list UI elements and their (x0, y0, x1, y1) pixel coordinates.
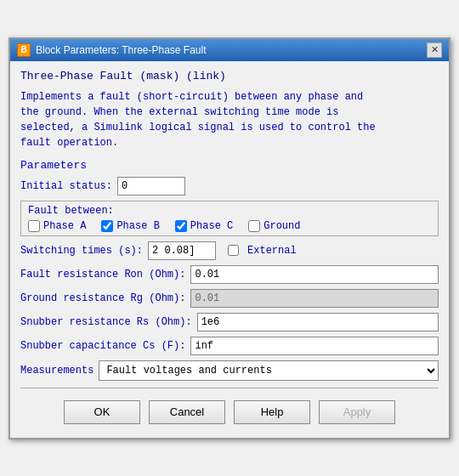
ground-resistance-label: Ground resistance Rg (Ohm): (20, 292, 185, 304)
apply-button[interactable]: Apply (319, 400, 395, 424)
phase-b-item: Phase B (101, 220, 159, 232)
initial-status-row: Initial status: (20, 177, 439, 196)
ground-resistance-row: Ground resistance Rg (Ohm): (20, 289, 439, 308)
cancel-button[interactable]: Cancel (149, 400, 225, 424)
ground-checkbox[interactable] (248, 220, 260, 232)
fault-between-label: Fault between: (28, 205, 431, 217)
ground-label[interactable]: Ground (264, 220, 300, 232)
fault-checkboxes-row: Phase A Phase B Phase C Ground (28, 220, 431, 232)
ground-item: Ground (248, 220, 300, 232)
measurements-select[interactable]: No measurements Fault voltages and curre… (99, 360, 439, 381)
phase-b-checkbox[interactable] (101, 220, 113, 232)
initial-status-label: Initial status: (20, 180, 112, 192)
snubber-capacitance-row: Snubber capacitance Cs (F): (20, 337, 439, 355)
phase-a-checkbox[interactable] (28, 220, 40, 232)
phase-c-label[interactable]: Phase C (190, 220, 233, 232)
titlebar-left: B Block Parameters: Three-Phase Fault (17, 43, 207, 57)
fault-resistance-input[interactable] (190, 265, 439, 284)
initial-status-input[interactable] (117, 177, 185, 196)
phase-b-label[interactable]: Phase B (116, 220, 159, 232)
parameters-section-label: Parameters (20, 159, 439, 172)
phase-a-label[interactable]: Phase A (43, 220, 86, 232)
window-title: Block Parameters: Three-Phase Fault (36, 44, 207, 56)
titlebar: B Block Parameters: Three-Phase Fault ✕ (10, 39, 449, 61)
switching-times-row: Switching times (s): External (20, 241, 439, 260)
external-checkbox[interactable] (228, 245, 239, 256)
divider (20, 388, 439, 388)
fault-resistance-row: Fault resistance Ron (Ohm): (20, 265, 439, 284)
buttons-row: OK Cancel Help Apply (20, 395, 439, 429)
phase-c-item: Phase C (175, 220, 233, 232)
phase-c-checkbox[interactable] (175, 220, 187, 232)
snubber-resistance-input[interactable] (197, 313, 439, 332)
snubber-capacitance-label: Snubber capacitance Cs (F): (20, 340, 185, 352)
snubber-resistance-row: Snubber resistance Rs (Ohm): (20, 313, 439, 332)
help-button[interactable]: Help (234, 400, 310, 424)
external-label[interactable]: External (247, 245, 297, 257)
phase-a-item: Phase A (28, 220, 86, 232)
fault-resistance-label: Fault resistance Ron (Ohm): (20, 269, 185, 280)
snubber-capacitance-input[interactable] (190, 337, 439, 355)
block-title: Three-Phase Fault (mask) (link) (20, 70, 439, 82)
window-icon: B (17, 43, 31, 57)
content-area: Three-Phase Fault (mask) (link) Implemen… (10, 61, 449, 438)
snubber-resistance-label: Snubber resistance Rs (Ohm): (20, 316, 192, 328)
switching-times-label: Switching times (s): (20, 245, 143, 257)
ground-resistance-input[interactable] (190, 289, 439, 308)
main-window: B Block Parameters: Three-Phase Fault ✕ … (8, 37, 450, 439)
measurements-row: Measurements No measurements Fault volta… (20, 360, 439, 381)
switching-times-input[interactable] (148, 241, 216, 260)
fault-between-box: Fault between: Phase A Phase B Phase C G… (20, 201, 439, 236)
ok-button[interactable]: OK (64, 400, 140, 424)
description-text: Implements a fault (short-circuit) betwe… (20, 89, 439, 150)
close-button[interactable]: ✕ (427, 42, 442, 58)
measurements-label: Measurements (20, 365, 94, 377)
